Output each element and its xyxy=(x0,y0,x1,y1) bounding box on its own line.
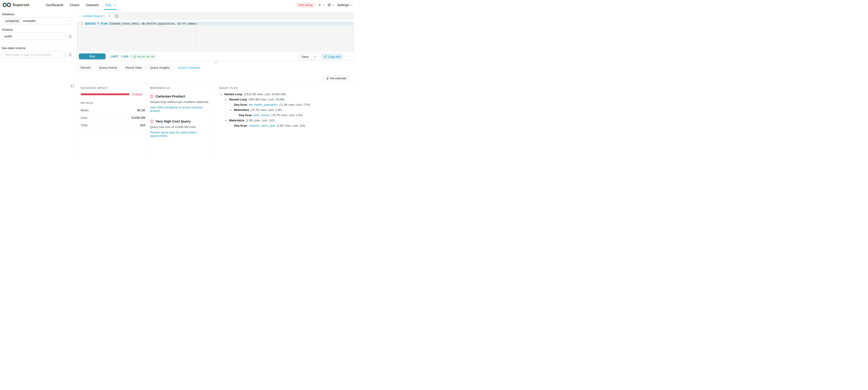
chevron-down-icon xyxy=(332,3,335,6)
plan-operation: Seq Scan xyxy=(239,113,252,117)
collapse-sidebar-button[interactable] xyxy=(70,84,73,88)
toolbar-right: Save Copy link ··· xyxy=(299,53,351,60)
line-number-gutter: 1 xyxy=(77,22,85,52)
metric-label: Time xyxy=(81,123,88,127)
tab-query-history[interactable]: Query history xyxy=(95,64,121,71)
sqllab-main: Untitled Query 1 ✕ + 1 select * from cle… xyxy=(74,10,356,160)
superset-brand[interactable]: Superset xyxy=(3,2,29,7)
limit-value: 1 000 xyxy=(121,55,128,58)
timer-value: 00:00:00.00 xyxy=(137,55,154,58)
theme-toggle-button[interactable] xyxy=(327,3,334,7)
query-estimator-panel: Re-estimate RESOURCE IMPACT Critical MET… xyxy=(74,71,356,160)
chevron-down-icon xyxy=(63,53,65,56)
nav-item-dashboards[interactable]: Dashboards xyxy=(42,0,66,10)
sql-editor[interactable]: 1 select * from cleaned_sales_data, wb_h… xyxy=(77,22,353,52)
save-options-button[interactable] xyxy=(312,54,317,60)
sql-keyword: from xyxy=(101,22,107,25)
pane-resize-handle[interactable] xyxy=(214,62,217,64)
query-tab-title: Untitled Query 1 xyxy=(83,14,105,18)
nav-item-datasets[interactable]: Datasets xyxy=(83,0,102,10)
navbar: Superset Dashboards Charts Datasets SQL … xyxy=(0,0,356,10)
plan-node: Materialize (75.7K rows, cost: 2.6K) xyxy=(219,107,356,113)
tree-connector-icon xyxy=(229,124,232,127)
environment-badge: flask-debug xyxy=(296,3,315,7)
refresh-schemas-icon[interactable] xyxy=(68,34,72,38)
tab-result-stats[interactable]: Result Stats xyxy=(122,64,146,71)
table-select[interactable]: Select table or type to search tables xyxy=(2,51,67,58)
warning-item: Very High Cost Query Query has cost of 3… xyxy=(150,119,212,138)
more-options-button[interactable]: ··· xyxy=(347,54,351,59)
copy-link-button[interactable]: Copy link xyxy=(321,54,343,60)
query-plan-heading: QUERY PLAN xyxy=(219,87,356,89)
close-icon[interactable]: ✕ xyxy=(108,14,111,18)
metric-row: Cost 31456.0M xyxy=(81,114,145,122)
schema-select-value: public xyxy=(3,34,12,38)
sql-keyword: select xyxy=(86,22,96,25)
add-query-tab-button[interactable]: + xyxy=(113,12,120,20)
chevron-down-icon[interactable] xyxy=(224,98,227,101)
sun-icon xyxy=(327,3,331,7)
metric-row: Rows 90.3K xyxy=(81,107,145,114)
query-plan-tree: Nested Loop (2515.0B rows, cost: 31456.0… xyxy=(219,92,356,128)
plan-table-link[interactable]: birth_names xyxy=(254,113,270,117)
refresh-tables-icon[interactable] xyxy=(68,53,72,57)
drag-handle-icon[interactable] xyxy=(79,14,81,18)
limit-label: LIMIT: xyxy=(111,55,119,58)
plan-node: Seq Scan cleaned_sales_data (2.8K rows, … xyxy=(219,123,356,128)
settings-menu[interactable]: Settings xyxy=(337,3,352,7)
lightning-icon xyxy=(327,77,329,80)
plus-icon: + xyxy=(318,3,321,7)
superset-logo-icon xyxy=(3,2,11,7)
navbar-right: flask-debug + Settings xyxy=(296,3,356,7)
chevron-down-icon[interactable] xyxy=(224,119,227,122)
schema-select[interactable]: public xyxy=(2,33,67,40)
tab-query-estimator[interactable]: Query Estimator xyxy=(175,64,204,71)
database-engine-tag: postgresql xyxy=(3,19,21,23)
collapse-drag-bar[interactable] xyxy=(73,84,74,88)
sql-text: * xyxy=(96,22,101,25)
nav-item-charts[interactable]: Charts xyxy=(67,0,83,10)
nav-item-sql[interactable]: SQL xyxy=(102,0,119,10)
warnings-column: WARNINGS (2) Cartesian Product Nested lo… xyxy=(150,83,212,160)
code-line: select * from cleaned_sales_data, wb_hea… xyxy=(86,22,197,25)
settings-label: Settings xyxy=(337,3,349,7)
metric-row: Time N/A xyxy=(81,122,145,129)
plan-node: Nested Loop (890.9M rows, cost: 19.0M) xyxy=(219,97,356,102)
query-plan-column: QUERY PLAN Nested Loop (2515.0B rows, co… xyxy=(219,83,356,160)
run-button[interactable]: Run xyxy=(79,53,105,59)
metric-label: Rows xyxy=(81,109,89,112)
metric-value: 31456.0M xyxy=(131,116,145,120)
limit-dropdown[interactable]: LIMIT: 1 000 xyxy=(111,52,132,61)
plan-table-link[interactable]: cleaned_sales_data xyxy=(249,124,275,127)
sqllab-sidebar: Database postgresql examples Schema publ… xyxy=(0,10,74,160)
new-item-button[interactable]: + xyxy=(318,3,324,7)
warning-title: Very High Cost Query xyxy=(156,119,190,123)
database-select[interactable]: postgresql examples xyxy=(2,17,72,24)
reestimate-button[interactable]: Re-estimate xyxy=(323,76,349,81)
plan-meta: (890.9M rows, cost: 19.0M) xyxy=(249,98,285,101)
chevron-down-icon xyxy=(313,55,316,58)
query-tabstrip: Untitled Query 1 ✕ + xyxy=(77,12,354,20)
chevron-down-icon[interactable] xyxy=(219,92,223,96)
warning-suggestion-link[interactable]: Review query plan for optimization oppor… xyxy=(150,131,212,138)
tab-query-insights[interactable]: Query Insights xyxy=(147,64,174,71)
warning-item: Cartesian Product Nested loop without jo… xyxy=(150,94,212,113)
plan-meta: (75.7K rows, cost: 1.5K) xyxy=(271,113,303,117)
query-timer: 00:00:00.00 xyxy=(131,54,156,59)
save-split-button[interactable]: Save xyxy=(299,53,318,60)
chevron-down-icon[interactable] xyxy=(229,108,232,112)
plan-node: Seq Scan wb_health_population (11.8K row… xyxy=(219,102,356,107)
plan-operation: Seq Scan xyxy=(234,124,247,127)
plan-meta: (2.8K rows, cost: 118) xyxy=(277,124,305,127)
tree-connector-icon xyxy=(229,103,232,107)
table-select-placeholder: Select table or type to search tables xyxy=(3,53,52,56)
plan-table-link[interactable]: wb_health_population xyxy=(249,103,278,107)
nav-item-sql-label: SQL xyxy=(105,3,112,7)
tab-results[interactable]: Results xyxy=(77,64,94,71)
link-icon xyxy=(324,55,327,58)
warning-icon xyxy=(150,120,154,123)
query-tab[interactable]: Untitled Query 1 ✕ xyxy=(77,12,113,20)
schema-label: Schema xyxy=(2,28,72,31)
warning-suggestion-link[interactable]: Add JOIN conditions to avoid cartesian p… xyxy=(150,106,212,113)
save-button[interactable]: Save xyxy=(299,54,312,60)
